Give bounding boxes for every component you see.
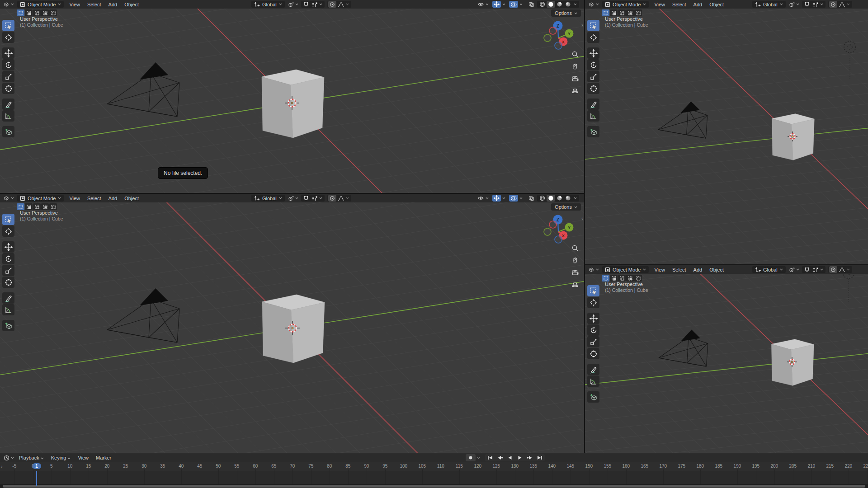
select-mode-extend[interactable] <box>25 9 33 16</box>
snap-toggle-button[interactable] <box>803 266 811 273</box>
jump-to-prev-keyframe-button[interactable] <box>495 454 505 461</box>
nav-toggle-perspective-button[interactable] <box>571 281 579 290</box>
object-visibility-dropdown[interactable] <box>476 1 490 8</box>
timeline-track[interactable] <box>0 471 868 486</box>
options-dropdown[interactable]: Options <box>551 9 581 17</box>
select-mode-invert[interactable] <box>41 9 49 16</box>
show-overlays-button[interactable] <box>509 1 518 8</box>
select-mode-intersect[interactable] <box>49 203 57 210</box>
menu-view[interactable]: View <box>66 2 84 7</box>
shading-dropdown[interactable] <box>572 195 578 202</box>
proportional-edit-toggle[interactable] <box>328 1 336 8</box>
mode-selector-dropdown[interactable]: Object Mode <box>602 266 649 273</box>
show-overlays-dropdown[interactable] <box>518 195 524 202</box>
editor-type-button[interactable] <box>587 266 600 273</box>
cursor-tool[interactable] <box>2 225 14 237</box>
move-tool[interactable] <box>587 47 599 59</box>
menu-object[interactable]: Object <box>706 267 727 272</box>
annotate-tool[interactable] <box>587 364 599 375</box>
rotate-tool[interactable] <box>587 324 599 336</box>
snap-toggle-button[interactable] <box>302 195 310 202</box>
scene-canvas[interactable] <box>0 194 584 453</box>
proportional-edit-toggle[interactable] <box>829 1 837 8</box>
toggle-xray-button[interactable] <box>527 1 536 8</box>
viewport-3d-top-left[interactable]: Object ModeViewSelectAddObjectGlobalOpti… <box>0 0 584 193</box>
proportional-falloff-dropdown[interactable] <box>837 266 851 273</box>
menu-select[interactable]: Select <box>669 2 690 7</box>
select-box-tool[interactable] <box>2 20 14 31</box>
measure-tool[interactable] <box>2 110 14 122</box>
show-gizmos-dropdown[interactable] <box>501 195 507 202</box>
shading-solid-button[interactable] <box>547 1 555 8</box>
move-tool[interactable] <box>2 241 14 253</box>
jump-to-next-keyframe-button[interactable] <box>525 454 535 461</box>
play-reverse-button[interactable] <box>505 454 515 461</box>
select-mode-set[interactable] <box>17 9 24 16</box>
select-mode-set[interactable] <box>602 275 609 282</box>
shading-material-preview-button[interactable] <box>555 1 564 8</box>
viewport-3d-bottom-left[interactable]: Object ModeViewSelectAddObjectGlobalOpti… <box>0 194 584 453</box>
mode-selector-dropdown[interactable]: Object Mode <box>17 195 64 202</box>
scene-canvas[interactable] <box>585 0 868 264</box>
menu-object[interactable]: Object <box>121 2 142 7</box>
menu-view[interactable]: View <box>66 196 84 201</box>
select-mode-intersect[interactable] <box>634 275 642 282</box>
toggle-xray-button[interactable] <box>527 195 536 202</box>
shading-wireframe-button[interactable] <box>538 1 547 8</box>
menu-select[interactable]: Select <box>669 267 690 272</box>
select-mode-set[interactable] <box>602 9 609 16</box>
navigation-gizmo[interactable]: ZYX <box>542 212 574 244</box>
mode-selector-dropdown[interactable]: Object Mode <box>17 1 64 8</box>
menu-view[interactable]: View <box>651 267 669 272</box>
proportional-edit-toggle[interactable] <box>328 195 336 202</box>
snap-target-dropdown[interactable] <box>310 1 324 8</box>
menu-select[interactable]: Select <box>84 2 105 7</box>
rotate-tool[interactable] <box>2 59 14 70</box>
measure-tool[interactable] <box>587 375 599 387</box>
options-dropdown[interactable]: Options <box>551 203 581 211</box>
select-mode-invert[interactable] <box>41 203 49 210</box>
scene-canvas[interactable] <box>585 265 868 453</box>
show-gizmos-button[interactable] <box>492 195 501 202</box>
shading-rendered-button[interactable] <box>564 195 572 202</box>
sidebar-collapse-icon[interactable]: ‹ <box>581 216 583 221</box>
timeline-menu-playback[interactable]: Playback <box>15 455 47 460</box>
select-mode-extend[interactable] <box>25 203 33 210</box>
transform-tool[interactable] <box>2 83 14 94</box>
add-cube-tool[interactable] <box>587 391 599 403</box>
select-mode-extend[interactable] <box>610 275 618 282</box>
nav-toggle-perspective-button[interactable] <box>571 87 579 96</box>
proportional-falloff-dropdown[interactable] <box>336 1 350 8</box>
viewport-3d-bottom-right[interactable]: Object ModeViewSelectAddObjectGlobalUser… <box>585 265 868 453</box>
proportional-edit-toggle[interactable] <box>829 266 837 273</box>
navigation-gizmo[interactable]: ZYX <box>542 18 574 50</box>
annotate-tool[interactable] <box>587 99 599 110</box>
current-frame-badge[interactable]: 1 <box>32 463 41 469</box>
menu-object[interactable]: Object <box>706 2 727 7</box>
orientation-dropdown[interactable]: Global <box>251 1 285 8</box>
timeline-scrollbar[interactable] <box>0 484 868 488</box>
snap-target-dropdown[interactable] <box>310 195 324 202</box>
object-visibility-dropdown[interactable] <box>476 195 490 202</box>
nav-pan-button[interactable] <box>571 257 579 266</box>
select-mode-subtract[interactable] <box>618 275 626 282</box>
measure-tool[interactable] <box>2 304 14 315</box>
auto-keying-dropdown[interactable] <box>476 455 481 461</box>
scale-tool[interactable] <box>587 71 599 82</box>
add-cube-tool[interactable] <box>2 320 14 331</box>
select-mode-extend[interactable] <box>610 9 618 16</box>
shading-solid-button[interactable] <box>547 195 555 202</box>
snap-target-dropdown[interactable] <box>811 266 825 273</box>
select-mode-subtract[interactable] <box>33 203 41 210</box>
select-box-tool[interactable] <box>587 20 599 31</box>
editor-type-button[interactable] <box>2 1 15 8</box>
scene-canvas[interactable] <box>0 0 584 193</box>
menu-add[interactable]: Add <box>105 196 121 201</box>
menu-add[interactable]: Add <box>105 2 121 7</box>
proportional-falloff-dropdown[interactable] <box>336 195 350 202</box>
cursor-tool[interactable] <box>2 32 14 43</box>
rotate-tool[interactable] <box>2 253 14 264</box>
nav-pan-button[interactable] <box>571 63 579 72</box>
scale-tool[interactable] <box>2 71 14 82</box>
select-mode-subtract[interactable] <box>33 9 41 16</box>
